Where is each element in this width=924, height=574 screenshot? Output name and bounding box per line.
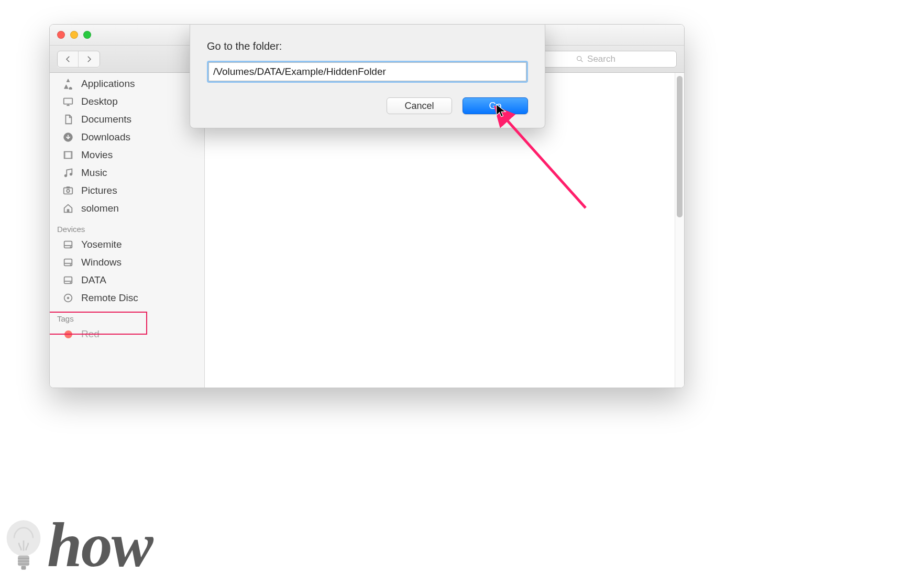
sidebar-item-label: DATA xyxy=(81,274,106,286)
tag-red-dot xyxy=(64,330,72,338)
lightbulb-icon xyxy=(0,516,47,574)
nav-buttons xyxy=(57,51,100,68)
sidebar-item-label: Downloads xyxy=(81,131,130,143)
sidebar-item-label: Applications xyxy=(81,78,135,90)
sidebar-item-label: Movies xyxy=(81,149,113,161)
svg-rect-35 xyxy=(21,566,26,570)
tags-header: Tags xyxy=(50,307,204,325)
hdd-icon xyxy=(61,239,75,250)
desktop-icon xyxy=(61,96,75,107)
sidebar-item-label: Red xyxy=(81,328,100,340)
sidebar-item-label: Remote Disc xyxy=(81,292,138,304)
watermark: how xyxy=(0,516,152,574)
svg-rect-21 xyxy=(64,188,73,194)
sidebar-item-music[interactable]: Music xyxy=(50,164,204,182)
svg-point-30 xyxy=(70,282,71,283)
minimize-window-button[interactable] xyxy=(70,31,78,39)
hdd-icon xyxy=(61,257,75,268)
svg-point-20 xyxy=(70,173,72,175)
movies-icon xyxy=(61,149,75,161)
dialog-label: Go to the folder: xyxy=(207,40,528,52)
folder-path-input[interactable] xyxy=(208,62,526,81)
svg-rect-24 xyxy=(67,209,69,213)
sidebar: Applications Desktop Documents Downloads… xyxy=(50,73,205,388)
documents-icon xyxy=(61,114,75,125)
svg-rect-16 xyxy=(64,98,73,104)
sidebar-item-movies[interactable]: Movies xyxy=(50,146,204,164)
disc-icon xyxy=(61,292,75,304)
sidebar-item-pictures[interactable]: Pictures xyxy=(50,182,204,200)
pictures-icon xyxy=(61,185,75,196)
svg-point-26 xyxy=(70,247,71,248)
go-to-folder-dialog: Go to the folder: Cancel Go xyxy=(190,25,545,128)
downloads-icon xyxy=(61,131,75,143)
go-button[interactable]: Go xyxy=(463,97,528,114)
sidebar-item-remote-disc[interactable]: Remote Disc xyxy=(50,289,204,307)
sidebar-item-label: Windows xyxy=(81,257,122,268)
cancel-button-label: Cancel xyxy=(404,101,434,112)
tag-color-icon xyxy=(61,328,75,340)
scrollbar-thumb[interactable] xyxy=(677,76,683,217)
forward-button[interactable] xyxy=(79,51,100,67)
back-button[interactable] xyxy=(58,51,79,67)
search-icon xyxy=(576,55,584,63)
sidebar-item-label: Pictures xyxy=(81,185,117,196)
search-placeholder: Search xyxy=(587,54,615,64)
watermark-text: how xyxy=(47,520,152,570)
cancel-button[interactable]: Cancel xyxy=(387,97,452,114)
sidebar-item-label: Desktop xyxy=(81,96,118,107)
maximize-window-button[interactable] xyxy=(83,31,91,39)
svg-point-22 xyxy=(67,190,70,193)
sidebar-item-data[interactable]: DATA xyxy=(50,271,204,289)
sidebar-item-applications[interactable]: Applications xyxy=(50,75,204,93)
sidebar-item-windows[interactable]: Windows xyxy=(50,253,204,271)
finder-window: Example xyxy=(49,24,685,388)
sidebar-item-documents[interactable]: Documents xyxy=(50,111,204,128)
sidebar-item-yosemite[interactable]: Yosemite xyxy=(50,236,204,253)
svg-rect-23 xyxy=(67,187,70,189)
applications-icon xyxy=(61,78,75,90)
music-icon xyxy=(61,167,75,179)
svg-point-32 xyxy=(67,297,69,299)
sidebar-item-downloads[interactable]: Downloads xyxy=(50,128,204,146)
svg-point-19 xyxy=(64,174,67,177)
hdd-icon xyxy=(61,274,75,286)
svg-point-28 xyxy=(70,264,71,266)
sidebar-item-label: Music xyxy=(81,167,107,179)
svg-point-15 xyxy=(577,56,581,60)
sidebar-item-label: Documents xyxy=(81,114,131,125)
sidebar-tag-red[interactable]: Red xyxy=(50,325,204,343)
sidebar-item-home[interactable]: solomen xyxy=(50,200,204,217)
devices-header: Devices xyxy=(50,217,204,236)
sidebar-item-desktop[interactable]: Desktop xyxy=(50,93,204,111)
dialog-input-focus-ring xyxy=(207,61,528,83)
vertical-scrollbar[interactable] xyxy=(675,73,684,388)
close-window-button[interactable] xyxy=(57,31,65,39)
sidebar-item-label: Yosemite xyxy=(81,239,122,250)
sidebar-item-label: solomen xyxy=(81,203,119,214)
chevron-left-icon xyxy=(63,54,73,64)
dialog-buttons: Cancel Go xyxy=(207,97,528,114)
go-button-label: Go xyxy=(489,101,501,112)
traffic-lights xyxy=(57,31,91,39)
chevron-right-icon xyxy=(84,54,94,64)
home-icon xyxy=(61,203,75,214)
